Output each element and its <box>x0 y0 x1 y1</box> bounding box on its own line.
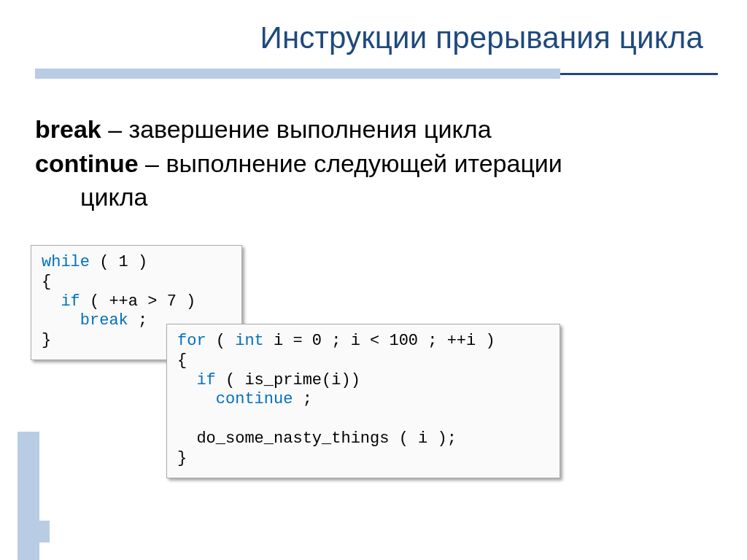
title-rule <box>35 69 718 79</box>
break-desc: – завершение выполнения цикла <box>101 115 492 143</box>
corner-horizontal <box>18 521 50 542</box>
kw-if: if <box>177 371 216 389</box>
continue-line-2: цикла <box>35 182 718 213</box>
kw-int: int <box>235 332 264 350</box>
kw-if: if <box>42 292 80 311</box>
slide-title: Инструкции прерывания цикла <box>35 20 718 55</box>
code-text: ( is_prime(i)) <box>216 371 360 389</box>
kw-for: for <box>177 332 206 350</box>
code-text: } <box>177 449 187 467</box>
code-text: { <box>42 273 51 291</box>
kw-while: while <box>42 253 90 271</box>
code-text: } <box>42 331 51 349</box>
kw-continue: continue <box>177 390 293 408</box>
code-text: ; <box>293 390 311 408</box>
code-text: do_some_nasty_things ( i ); <box>177 429 457 448</box>
continue-line: continue – выполнение следующей итерации <box>35 148 718 179</box>
continue-desc: – выполнение следующей итерации <box>139 149 562 177</box>
code-text: ( <box>206 332 236 350</box>
kw-break: break <box>42 311 128 330</box>
code-box-for: for ( int i = 0 ; i < 100 ; ++i ) { if (… <box>166 324 560 478</box>
break-term: break <box>35 115 101 143</box>
corner-decoration <box>0 432 50 560</box>
code-text: ( ++a > 7 ) <box>80 292 196 311</box>
code-text: ; <box>128 311 147 330</box>
code-text: i = 0 ; i < 100 ; ++i ) <box>264 332 495 350</box>
break-line: break – завершение выполнения цикла <box>35 114 718 145</box>
body-text: break – завершение выполнения цикла cont… <box>35 114 718 213</box>
code-text: { <box>177 351 187 370</box>
rule-bar <box>35 69 560 79</box>
continue-term: continue <box>35 149 139 177</box>
code-text: ( 1 ) <box>90 253 147 271</box>
slide: Инструкции прерывания цикла break – заве… <box>0 0 747 560</box>
